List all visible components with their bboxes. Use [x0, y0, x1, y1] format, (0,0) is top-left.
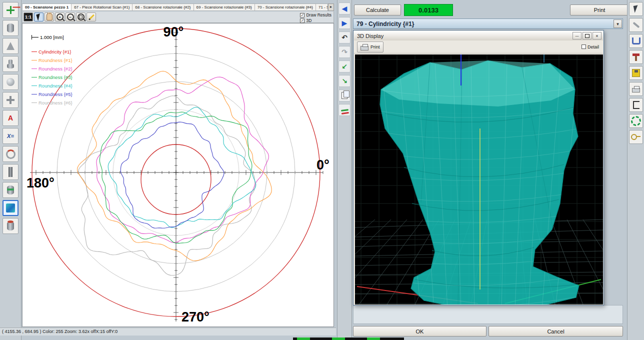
dialog-print-button[interactable]: Print [357, 42, 384, 52]
green-arrow-right-icon: ↘ [342, 77, 348, 85]
dialog-toolbar: Print Detail [354, 40, 603, 54]
tab-rotational-scan-2[interactable]: 68 - Scansione rotazionale {#2} [132, 4, 194, 10]
stud-glyph [7, 64, 14, 68]
tab-rotational-scan-5[interactable]: 71 - Scansione rotazionale [316, 4, 328, 10]
axis-glyph [6, 6, 14, 14]
window-controls: — × [572, 32, 602, 40]
legend-label: Roundness {#4} [38, 83, 72, 88]
zoom-out-button[interactable]: − [66, 12, 75, 22]
scale-label: 1:1 [25, 14, 32, 20]
back-button[interactable]: ◀ [338, 2, 350, 14]
legend-swatch [32, 102, 37, 103]
zoom-window-icon [78, 14, 84, 20]
plot-options: ✓ Draw Results ✓ 3D [300, 12, 332, 23]
tab-rotational-scan-4[interactable]: 70 - Scansione rotazionale {#4} [255, 4, 316, 10]
legend-swatch [32, 86, 37, 86]
pencil-icon [88, 14, 94, 20]
formula-feature-icon[interactable]: X= [2, 128, 18, 144]
forward-button[interactable]: ▶ [338, 17, 350, 29]
legend-item: Cylindricity {#1} [32, 48, 72, 56]
result-value-box: 0.0133 [404, 4, 453, 16]
select-cursor-button[interactable] [34, 12, 44, 22]
pan-hand-button[interactable] [44, 12, 54, 22]
shaft-feature-icon[interactable] [2, 164, 18, 180]
measure-pencil-button[interactable] [86, 12, 96, 22]
dialog-titlebar[interactable]: 3D Display — × [354, 31, 603, 40]
taskbar-item [297, 338, 310, 340]
cancel-button[interactable]: Cancel [488, 326, 623, 336]
3d-checkbox[interactable]: ✓ [300, 18, 304, 23]
hammer-glyph [635, 54, 637, 61]
close-icon: × [596, 34, 598, 38]
zoom-window-button[interactable] [76, 12, 86, 22]
scale-1to1-button[interactable]: 1:1 [24, 12, 33, 22]
gear-glyph [631, 116, 641, 126]
calculate-button[interactable]: Calculate [354, 4, 401, 16]
detail-checkbox[interactable] [582, 44, 586, 49]
legend-label: Roundness {#1} [38, 58, 72, 63]
3d-viewport[interactable] [355, 54, 603, 304]
tab-scansione-pezzo[interactable]: 00 - Scansione pezzo 1 [22, 4, 72, 10]
print-button[interactable]: Print [570, 4, 629, 16]
wave-icon [340, 108, 348, 111]
axis-system-icon[interactable] [2, 2, 18, 18]
legend-item: Roundness {#1} [32, 56, 72, 64]
chevron-down-icon: ▾ [616, 22, 619, 26]
stud-feature-icon[interactable] [2, 56, 18, 72]
import-left-button[interactable]: ↙ [338, 60, 350, 72]
profile-wave-button[interactable] [338, 104, 350, 116]
detail-option: Detail [582, 44, 599, 50]
zoom-out-icon: − [67, 14, 74, 20]
probe-pointer-icon[interactable] [629, 2, 643, 16]
minimize-button[interactable]: — [572, 32, 582, 40]
legend-swatch [32, 52, 37, 52]
cone-feature-icon[interactable] [2, 38, 18, 54]
legend-item: Roundness {#3} [32, 73, 72, 82]
calculate-label: Calculate [366, 7, 389, 13]
hand-icon [46, 14, 52, 20]
angle-label-0: 0° [316, 158, 330, 173]
application-window: A X= 00 - Scansione pezzo 1 67 - Piece R… [0, 0, 644, 340]
cylinder-feature-icon[interactable] [2, 20, 18, 36]
tab-scroll-button[interactable]: ▸ [328, 4, 334, 11]
feature-dropdown-button[interactable]: ▾ [614, 20, 622, 28]
copy-button[interactable] [338, 90, 350, 102]
draw-results-checkbox[interactable]: ✓ [300, 13, 304, 18]
tab-rotational-scan-1[interactable]: 67 - Piece Rotational Scan {#1} [72, 4, 132, 10]
key-icon[interactable] [629, 130, 643, 144]
redo-button[interactable]: ↷ [338, 46, 350, 58]
hammer-tool-icon[interactable] [629, 50, 643, 64]
undo-button[interactable]: ↶ [338, 32, 350, 44]
wrench-tool-icon[interactable] [629, 18, 643, 32]
save-icon[interactable] [629, 66, 643, 80]
feature-selector[interactable]: 79 - Cylindricity {#1} ▾ [353, 18, 623, 29]
label-feature-icon[interactable]: A [2, 110, 18, 126]
ok-button[interactable]: OK [353, 326, 486, 336]
3d-label: 3D [306, 18, 312, 23]
right-tools-toolbar [627, 0, 644, 340]
fixture-tool-icon[interactable] [629, 98, 643, 112]
polar-plot-canvas[interactable]: 90° 0° 180° 270° 1.000 [mm] Cylindricity… [22, 23, 334, 327]
shaft-glyph [8, 167, 12, 177]
legend: Cylindricity {#1} Roundness {#1} Roundne… [32, 48, 72, 107]
taskbar-item [332, 338, 345, 340]
sphere-feature-icon[interactable] [2, 74, 18, 90]
tab-rotational-scan-3[interactable]: 69 - Scansione rotazionale {#3} [194, 4, 255, 10]
printer-tool-icon[interactable] [629, 82, 643, 96]
gear-icon[interactable] [629, 114, 643, 128]
status-bar: ( 4155.36 , 684.95 ) Color: 255 Zoom: 3.… [0, 328, 336, 336]
circle-feature-icon[interactable] [2, 146, 18, 162]
cross-feature-icon[interactable] [2, 92, 18, 108]
banded-cylinder-icon[interactable] [2, 182, 18, 198]
cursor-icon [36, 14, 42, 21]
ring-glyph [6, 150, 16, 159]
fixture-glyph [633, 101, 640, 109]
letter-a-icon: A [8, 114, 13, 122]
bore-feature-icon[interactable] [2, 218, 18, 234]
zoom-in-button[interactable]: + [55, 12, 64, 22]
close-button[interactable]: × [592, 32, 602, 40]
maximize-button[interactable] [582, 32, 592, 40]
clamp-tool-icon[interactable] [629, 34, 643, 48]
rotational-scan-icon[interactable] [2, 200, 18, 216]
import-right-button[interactable]: ↘ [338, 75, 350, 87]
